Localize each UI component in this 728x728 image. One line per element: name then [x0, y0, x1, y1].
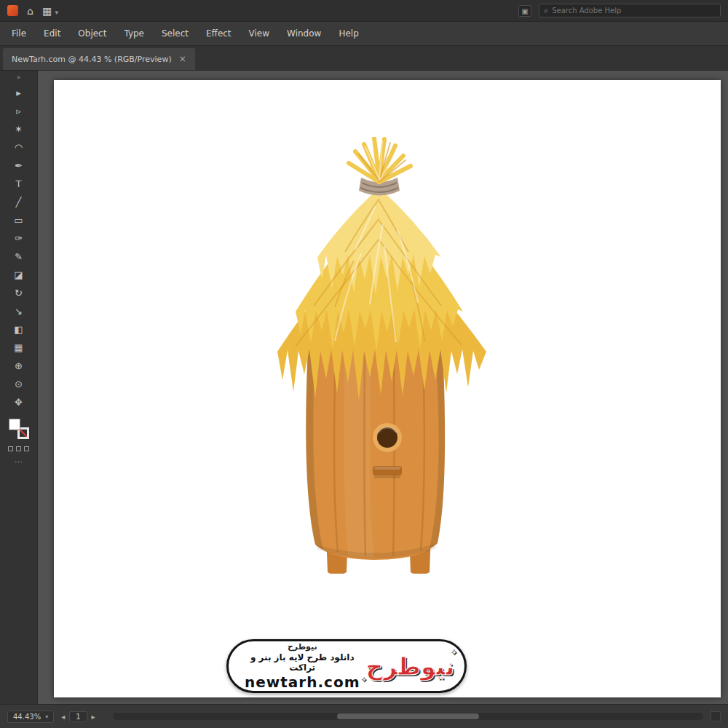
tool-magic-wand[interactable]: ✶	[7, 120, 31, 138]
prev-artboard-icon[interactable]: ◂	[61, 713, 65, 721]
illustrator-window: ⌂ ▦ ▾ ▣ ⌕ File Edit Object Type Select E…	[0, 0, 728, 728]
tool-line-segment[interactable]: ╱	[7, 193, 31, 211]
tool-selection[interactable]: ▸	[7, 84, 31, 102]
watermark-badge[interactable]: نیوطرح دانلود طرح لایه باز بنر و تراکت n…	[226, 639, 467, 693]
expand-toolbar-icon[interactable]: »	[17, 74, 21, 81]
pen-tool-icon: ✒	[15, 160, 23, 171]
perch	[373, 466, 402, 478]
sparkle-icon: ✦	[361, 676, 367, 684]
app-logo-icon[interactable]	[7, 5, 18, 16]
tool-paintbrush[interactable]: ✑	[7, 229, 31, 248]
menu-view[interactable]: View	[249, 28, 269, 39]
line-segment-tool-icon: ╱	[16, 197, 22, 207]
rotate-tool-icon: ↻	[15, 288, 23, 298]
pasteboard[interactable]: نیوطرح دانلود طرح لایه باز بنر و تراکت n…	[38, 71, 728, 704]
artboard[interactable]: نیوطرح دانلود طرح لایه باز بنر و تراکت n…	[54, 80, 721, 697]
menu-select[interactable]: Select	[162, 28, 189, 39]
menu-object[interactable]: Object	[78, 28, 106, 39]
watermark-logo: نیوطرح ✦ ✦	[365, 652, 454, 681]
tool-rotate[interactable]: ↻	[7, 284, 31, 302]
document-title: NewTarh.com @ 44.43 % (RGB/Preview)	[12, 55, 172, 64]
resize-corner	[711, 711, 721, 721]
watermark-url: newtarh.com	[245, 673, 360, 691]
home-icon[interactable]: ⌂	[27, 6, 33, 16]
paintbrush-tool-icon: ✑	[15, 233, 23, 244]
menu-type[interactable]: Type	[124, 28, 144, 39]
horizontal-scrollbar[interactable]	[113, 713, 703, 720]
fill-swatch[interactable]	[9, 419, 20, 430]
tool-gradient[interactable]: ◧	[7, 320, 31, 339]
tool-pencil[interactable]: ✎	[7, 248, 31, 266]
rectangle-tool-icon: ▭	[14, 215, 23, 226]
mesh-tool-icon: ▦	[14, 342, 23, 353]
scrollbar-thumb[interactable]	[337, 713, 479, 719]
chevron-down-icon: ▾	[45, 713, 48, 720]
titlebar: ⌂ ▦ ▾ ▣ ⌕	[0, 0, 728, 22]
fill-stroke-swatches	[9, 419, 29, 439]
zoom-dropdown[interactable]: 44.43% ▾	[7, 711, 54, 723]
zoom-tool-icon: ⊙	[15, 379, 23, 389]
menu-effect[interactable]: Effect	[206, 28, 232, 39]
toolbar-more-icon[interactable]: ⋯	[15, 457, 23, 467]
direct-selection-tool-icon: ▹	[16, 106, 21, 116]
tool-pen[interactable]: ✒	[7, 157, 31, 175]
next-artboard-icon[interactable]: ▸	[92, 713, 95, 721]
artboard-navigation: ◂ 1 ▸	[61, 711, 95, 722]
selection-tool-icon: ▸	[16, 87, 21, 98]
draw-modes[interactable]	[8, 446, 29, 451]
close-tab-icon[interactable]: ×	[179, 54, 186, 64]
main-area: » ▸ ▹ ✶ ◠ ✒ T ╱ ▭ ✑ ✎ ◪ ↻ ↘ ◧ ▦ ⊕ ⊙ ✥ ⋯	[0, 71, 728, 704]
menu-file[interactable]: File	[12, 28, 26, 39]
chevron-down-icon: ▾	[55, 9, 59, 16]
tool-zoom[interactable]: ⊙	[7, 375, 31, 393]
statusbar: 44.43% ▾ ◂ 1 ▸	[0, 704, 728, 728]
tool-hand[interactable]: ✥	[7, 393, 31, 411]
arrange-documents-icon[interactable]: ▦ ▾	[42, 6, 58, 16]
watermark-texts: نیوطرح دانلود طرح لایه باز بنر و تراکت n…	[245, 642, 360, 691]
eyedropper-tool-icon: ⊕	[15, 360, 23, 371]
tool-scale[interactable]: ↘	[7, 302, 31, 320]
search-input[interactable]	[552, 7, 716, 15]
tool-rectangle[interactable]: ▭	[7, 211, 31, 229]
layout-icon[interactable]: ▣	[518, 5, 531, 17]
tool-lasso[interactable]: ◠	[7, 138, 31, 157]
menubar: File Edit Object Type Select Effect View…	[0, 22, 728, 46]
menu-edit[interactable]: Edit	[44, 28, 60, 39]
type-tool-icon: T	[16, 178, 22, 189]
hand-tool-icon: ✥	[15, 397, 23, 408]
gradient-tool-icon: ◧	[14, 324, 23, 335]
birdhouse-illustration[interactable]	[274, 137, 492, 574]
tabbar: NewTarh.com @ 44.43 % (RGB/Preview) ×	[0, 46, 728, 71]
sparkle-icon: ✦	[451, 648, 457, 657]
menu-help[interactable]: Help	[339, 28, 358, 39]
watermark-title: نیوطرح	[245, 642, 360, 652]
tool-eyedropper[interactable]: ⊕	[7, 357, 31, 375]
tool-direct-selection[interactable]: ▹	[7, 102, 31, 120]
scale-tool-icon: ↘	[15, 306, 23, 317]
pencil-tool-icon: ✎	[15, 251, 23, 262]
eraser-tool-icon: ◪	[14, 269, 23, 280]
tool-eraser[interactable]: ◪	[7, 266, 31, 284]
entrance-hole	[373, 423, 402, 452]
search-box[interactable]: ⌕	[539, 4, 721, 17]
search-icon: ⌕	[544, 6, 548, 15]
artboard-number[interactable]: 1	[69, 711, 87, 722]
tool-mesh[interactable]: ▦	[7, 339, 31, 357]
document-tab[interactable]: NewTarh.com @ 44.43 % (RGB/Preview) ×	[3, 48, 195, 70]
tools-panel: » ▸ ▹ ✶ ◠ ✒ T ╱ ▭ ✑ ✎ ◪ ↻ ↘ ◧ ▦ ⊕ ⊙ ✥ ⋯	[0, 71, 38, 704]
menu-window[interactable]: Window	[287, 28, 321, 39]
zoom-value: 44.43%	[13, 713, 41, 721]
magic-wand-tool-icon: ✶	[15, 124, 23, 135]
tool-type[interactable]: T	[7, 175, 31, 193]
watermark-subtitle: دانلود طرح لایه باز بنر و تراکت	[245, 652, 360, 673]
lasso-tool-icon: ◠	[15, 142, 23, 153]
